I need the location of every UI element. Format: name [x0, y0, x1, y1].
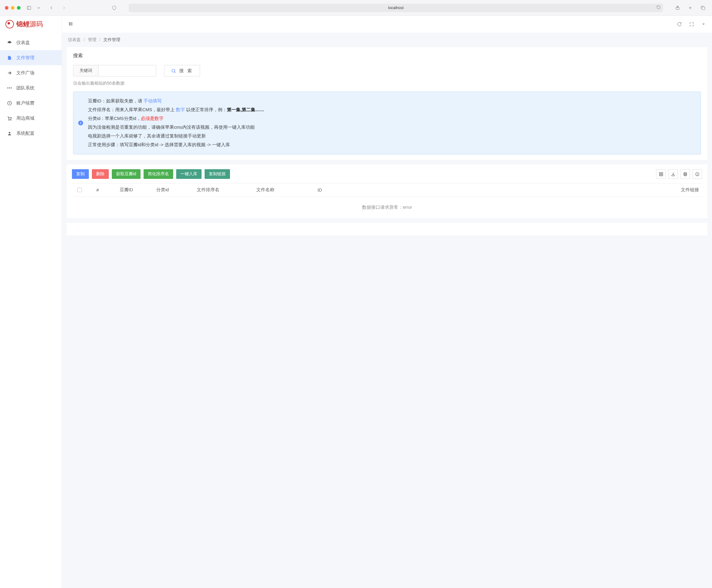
shield-icon[interactable] — [110, 4, 119, 12]
sidebar-item-label: 账户续费 — [16, 100, 35, 106]
new-tab-button[interactable] — [686, 4, 694, 12]
sidebar-item-dashboard[interactable]: 仪表盘 — [0, 35, 62, 50]
col-id: ID — [296, 188, 344, 192]
svg-rect-21 — [659, 172, 660, 173]
get-douban-button[interactable]: 获取豆瓣id — [112, 169, 141, 179]
browser-chrome: localhost — [0, 0, 712, 16]
svg-point-8 — [7, 87, 8, 88]
info-line-3: 分类id：苹果CMS分类id，必须是数字 — [88, 114, 694, 123]
file-icon — [7, 55, 12, 60]
sidebar-item-label: 文件广场 — [16, 70, 35, 76]
forward-button[interactable] — [60, 4, 68, 12]
col-file-link: 文件链接 — [344, 187, 702, 193]
footer-panel — [66, 223, 708, 235]
info-line-4: 因为没做检测是否重复的功能，请确保苹果cms内没有该视频，再使用一键入库功能 — [88, 123, 694, 132]
info-line-6: 正常使用步骤：填写豆瓣id和分类id -> 选择需要入库的视频 -> 一键入库 — [88, 141, 694, 149]
select-all-checkbox[interactable] — [77, 188, 82, 192]
clock-icon — [7, 100, 12, 106]
svg-point-7 — [9, 42, 10, 43]
svg-point-10 — [11, 87, 12, 88]
logo[interactable]: 锦鲤源码 — [0, 16, 62, 33]
tabs-overview-button[interactable] — [699, 4, 707, 12]
window-controls — [5, 6, 21, 10]
breadcrumb-manage[interactable]: 管理 — [88, 37, 97, 42]
simplify-sort-button[interactable]: 简化排序名 — [144, 169, 173, 179]
col-douban-id: 豆瓣ID — [108, 187, 144, 193]
svg-line-20 — [174, 71, 175, 73]
input-addon-label: 关键词 — [74, 65, 99, 76]
sidebar-item-file-manage[interactable]: 文件管理 — [0, 50, 62, 65]
sidebar-item-system[interactable]: 系统配置 — [0, 126, 62, 141]
logo-text: 锦鲤源码 — [16, 20, 43, 29]
copy-button[interactable]: 复制 — [72, 169, 89, 179]
fullscreen-button[interactable] — [689, 22, 694, 27]
data-table: # 豆瓣ID 分类id 文件排序名 文件名称 ID 文件链接 数据接口请求异常：… — [72, 183, 702, 218]
cart-icon — [7, 115, 12, 121]
keyword-input[interactable] — [99, 65, 156, 76]
logo-icon — [5, 20, 14, 28]
search-button[interactable]: 搜 索 — [164, 65, 200, 77]
dots-icon — [7, 85, 12, 91]
help-button[interactable] — [692, 169, 702, 179]
manual-fill-link[interactable]: 手动填写 — [144, 99, 162, 103]
svg-rect-6 — [702, 7, 705, 9]
svg-point-13 — [10, 120, 11, 120]
svg-rect-23 — [659, 174, 660, 175]
info-line-2: 文件排序名：用来入库苹果CMS，最好带上 数字 以便正常排序，例：第一集,第二集… — [88, 105, 694, 114]
svg-rect-22 — [661, 172, 663, 173]
table-panel: 复制 删除 获取豆瓣id 简化排序名 一键入库 复制链接 — [66, 164, 708, 218]
sidebar-item-label: 文件管理 — [16, 55, 35, 61]
sidebar-item-label: 仪表盘 — [16, 40, 30, 46]
info-icon: i — [78, 121, 83, 125]
keyword-input-group: 关键词 — [73, 65, 156, 77]
svg-point-19 — [172, 69, 175, 72]
one-click-import-button[interactable]: 一键入库 — [176, 169, 202, 179]
breadcrumb-dashboard[interactable]: 仪表盘 — [68, 37, 81, 42]
col-category-id: 分类id — [144, 187, 181, 193]
info-line-5: 电视剧选择一个入库就够了，其余请通过复制链接手动更新 — [88, 132, 694, 141]
sidebar-item-renew[interactable]: 账户续费 — [0, 96, 62, 111]
url-text: localhost — [388, 5, 403, 10]
panel-title: 搜索 — [73, 52, 701, 59]
chevron-down-icon[interactable] — [35, 4, 43, 12]
number-link[interactable]: 数字 — [176, 107, 185, 112]
breadcrumb-current: 文件管理 — [103, 37, 120, 42]
info-box: i 豆瓣ID：如果获取失败，请 手动填写 文件排序名：用来入库苹果CMS，最好带… — [73, 91, 701, 154]
sidebar-toggle-button[interactable] — [25, 4, 33, 12]
sidebar-item-shop[interactable]: 周边商城 — [0, 111, 62, 126]
svg-point-12 — [8, 120, 9, 120]
sidebar: 锦鲤源码 仪表盘 文件管理 文件广场 团队系统 账户续费 — [0, 16, 62, 588]
breadcrumb: 仪表盘 / 管理 / 文件管理 — [62, 33, 712, 47]
svg-point-31 — [697, 175, 697, 175]
svg-rect-0 — [27, 6, 31, 9]
maximize-window-button[interactable] — [17, 6, 21, 10]
copy-link-button[interactable]: 复制链接 — [205, 169, 230, 179]
svg-marker-18 — [702, 24, 705, 25]
sidebar-item-label: 周边商城 — [16, 115, 35, 121]
collapse-menu-button[interactable] — [68, 21, 74, 27]
user-icon — [7, 130, 12, 136]
sidebar-item-team[interactable]: 团队系统 — [0, 80, 62, 96]
svg-point-14 — [9, 132, 10, 133]
share-arrow-icon — [7, 70, 12, 76]
svg-point-9 — [9, 87, 10, 88]
close-window-button[interactable] — [5, 6, 8, 10]
search-panel: 搜索 关键词 搜 索 仅会输出最相似的50条数据 i 豆瓣ID：如果获取失败，请… — [66, 47, 708, 160]
export-button[interactable] — [668, 169, 678, 179]
col-file-name: 文件名称 — [235, 187, 296, 193]
sidebar-item-file-square[interactable]: 文件广场 — [0, 65, 62, 80]
refresh-button[interactable] — [677, 22, 682, 27]
share-icon[interactable] — [673, 4, 682, 12]
url-bar[interactable]: localhost — [129, 4, 663, 12]
print-button[interactable] — [680, 169, 690, 179]
columns-button[interactable] — [656, 169, 666, 179]
back-button[interactable] — [47, 4, 56, 12]
info-line-1: 豆瓣ID：如果获取失败，请 手动填写 — [88, 97, 694, 105]
delete-button[interactable]: 删除 — [92, 169, 109, 179]
search-icon — [171, 68, 176, 74]
user-menu-dropdown[interactable] — [701, 22, 706, 27]
minimize-window-button[interactable] — [11, 6, 15, 10]
search-button-label: 搜 索 — [179, 68, 193, 74]
search-hint: 仅会输出最相似的50条数据 — [73, 81, 701, 86]
reload-icon[interactable] — [656, 5, 661, 10]
